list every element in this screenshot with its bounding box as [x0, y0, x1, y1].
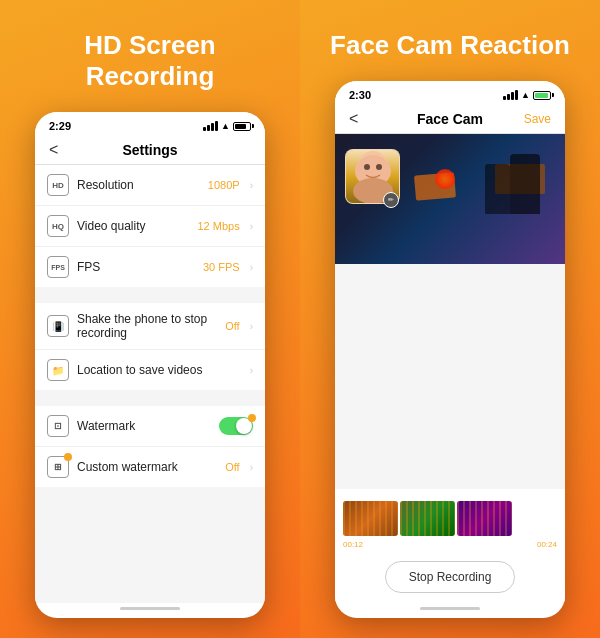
- game-figure-2: [485, 164, 510, 214]
- timeline-section: 00:12 00:24 Stop Recording: [335, 489, 565, 603]
- location-label: Location to save videos: [77, 363, 242, 377]
- shake-label: Shake the phone to stop recording: [77, 312, 217, 340]
- fps-label: FPS: [77, 260, 195, 274]
- right-status-bar: 2:30 ▲: [335, 81, 565, 105]
- settings-row-fps[interactable]: FPS FPS 30 FPS ›: [35, 247, 265, 287]
- fps-icon: FPS: [47, 256, 69, 278]
- settings-row-custom-watermark[interactable]: ⊞ Custom watermark Off ›: [35, 447, 265, 487]
- location-arrow-icon: ›: [250, 365, 253, 376]
- content-spacer: [335, 264, 565, 489]
- right-signal-icon: [503, 90, 518, 100]
- settings-row-resolution[interactable]: HD Resolution 1080P ›: [35, 165, 265, 206]
- resolution-icon: HD: [47, 174, 69, 196]
- right-wifi-icon: ▲: [521, 90, 530, 100]
- watermark-toggle-container: [219, 417, 253, 435]
- right-panel: Face Cam Reaction 2:30 ▲ < Face Cam: [300, 0, 600, 638]
- left-status-bar: 2:29 ▲: [35, 112, 265, 136]
- svg-point-3: [376, 164, 382, 170]
- left-status-icons: ▲: [203, 121, 251, 131]
- right-phone-mockup: 2:30 ▲ < Face Cam Save: [335, 81, 565, 618]
- timeline-strip: [335, 493, 565, 538]
- left-back-button[interactable]: <: [49, 141, 58, 159]
- quality-value: 12 Mbps: [197, 220, 239, 232]
- left-nav-title: Settings: [122, 142, 177, 158]
- game-figure: [510, 154, 540, 214]
- settings-row-location[interactable]: 📁 Location to save videos ›: [35, 350, 265, 390]
- resolution-arrow-icon: ›: [250, 180, 253, 191]
- right-battery-icon: [533, 91, 551, 100]
- right-panel-title: Face Cam Reaction: [330, 30, 570, 61]
- timeline-time-1: 00:12: [343, 540, 363, 549]
- resolution-label: Resolution: [77, 178, 200, 192]
- settings-row-shake[interactable]: 📳 Shake the phone to stop recording Off …: [35, 303, 265, 350]
- timeline-thumb-2[interactable]: [400, 501, 455, 536]
- battery-icon: [233, 122, 251, 131]
- signal-icon: [203, 121, 218, 131]
- timeline-thumb-3[interactable]: [457, 501, 512, 536]
- resolution-value: 1080P: [208, 179, 240, 191]
- left-panel: HD Screen Recording 2:29 ▲ < Settings: [0, 0, 300, 638]
- quality-label: Video quality: [77, 219, 189, 233]
- left-status-time: 2:29: [49, 120, 71, 132]
- right-save-button[interactable]: Save: [524, 112, 551, 126]
- custom-watermark-arrow-icon: ›: [250, 462, 253, 473]
- right-home-indicator: [420, 607, 480, 610]
- left-home-indicator: [120, 607, 180, 610]
- custom-watermark-value: Off: [225, 461, 239, 473]
- left-panel-title: HD Screen Recording: [20, 30, 280, 92]
- fps-arrow-icon: ›: [250, 262, 253, 273]
- settings-row-quality[interactable]: HQ Video quality 12 Mbps ›: [35, 206, 265, 247]
- timeline-times: 00:12 00:24: [335, 538, 565, 551]
- shake-icon: 📳: [47, 315, 69, 337]
- facecam-content: ✏ 00:12 00:: [335, 134, 565, 603]
- shake-arrow-icon: ›: [250, 321, 253, 332]
- settings-list: HD Resolution 1080P › HQ Video quality 1…: [35, 165, 265, 603]
- custom-watermark-badge: [64, 453, 72, 461]
- settings-section-1: HD Resolution 1080P › HQ Video quality 1…: [35, 165, 265, 287]
- quality-icon: HQ: [47, 215, 69, 237]
- settings-row-watermark[interactable]: ⊡ Watermark: [35, 406, 265, 447]
- right-nav-bar: < Face Cam Save: [335, 105, 565, 134]
- stop-recording-label: Stop Recording: [409, 570, 492, 584]
- location-icon: 📁: [47, 359, 69, 381]
- timeline-time-2: 00:24: [537, 540, 557, 549]
- watermark-icon: ⊡: [47, 415, 69, 437]
- right-back-button[interactable]: <: [349, 110, 358, 128]
- settings-section-2: 📳 Shake the phone to stop recording Off …: [35, 303, 265, 390]
- custom-watermark-icon-wrap: ⊞: [47, 456, 69, 478]
- quality-arrow-icon: ›: [250, 221, 253, 232]
- shake-value: Off: [225, 320, 239, 332]
- timeline-thumb-1[interactable]: [343, 501, 398, 536]
- left-phone-mockup: 2:29 ▲ < Settings: [35, 112, 265, 618]
- settings-section-3: ⊡ Watermark ⊞ Custom watermark: [35, 406, 265, 487]
- right-status-time: 2:30: [349, 89, 371, 101]
- custom-watermark-label: Custom watermark: [77, 460, 217, 474]
- svg-point-2: [364, 164, 370, 170]
- stop-recording-button[interactable]: Stop Recording: [385, 561, 515, 593]
- fps-value: 30 FPS: [203, 261, 240, 273]
- video-container: ✏: [335, 134, 565, 264]
- left-nav-bar: < Settings: [35, 136, 265, 165]
- wifi-icon: ▲: [221, 121, 230, 131]
- watermark-label: Watermark: [77, 419, 211, 433]
- right-status-icons: ▲: [503, 90, 551, 100]
- right-nav-title: Face Cam: [417, 111, 483, 127]
- watermark-badge: [248, 414, 256, 422]
